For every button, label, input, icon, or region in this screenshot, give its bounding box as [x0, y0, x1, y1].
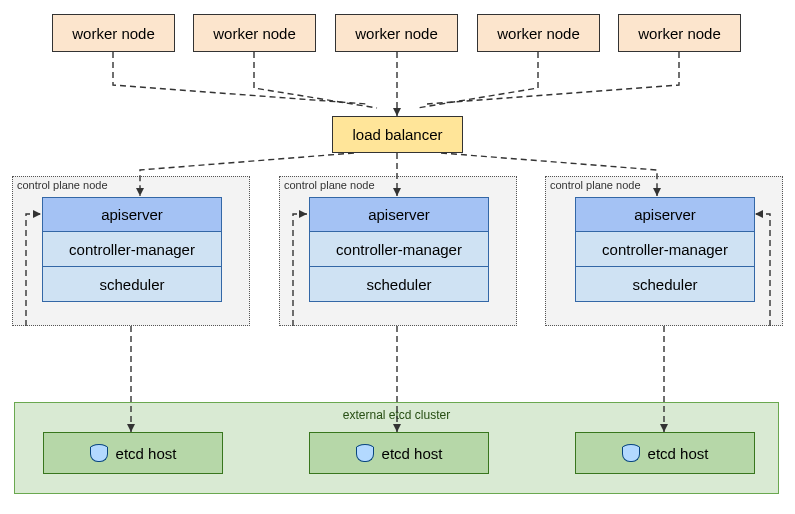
- etcd-cluster-title: external etcd cluster: [15, 408, 778, 422]
- scheduler-box: scheduler: [42, 267, 222, 302]
- etcd-host-label: etcd host: [382, 445, 443, 462]
- scheduler-box: scheduler: [309, 267, 489, 302]
- control-plane-node: control plane node apiserver controller-…: [12, 176, 250, 326]
- cp-group-label: control plane node: [17, 179, 108, 191]
- cp-component-stack: apiserver controller-manager scheduler: [575, 197, 755, 302]
- etcd-host-label: etcd host: [116, 445, 177, 462]
- apiserver-box: apiserver: [42, 197, 222, 232]
- database-icon: [622, 444, 638, 462]
- database-icon: [90, 444, 106, 462]
- lb-label: load balancer: [352, 126, 442, 143]
- etcd-host: etcd host: [309, 432, 489, 474]
- etcd-host: etcd host: [575, 432, 755, 474]
- control-plane-node: control plane node apiserver controller-…: [279, 176, 517, 326]
- controller-manager-box: controller-manager: [309, 232, 489, 267]
- controller-manager-box: controller-manager: [42, 232, 222, 267]
- worker-node: worker node: [618, 14, 741, 52]
- cp-component-stack: apiserver controller-manager scheduler: [42, 197, 222, 302]
- apiserver-box: apiserver: [575, 197, 755, 232]
- load-balancer: load balancer: [332, 116, 463, 153]
- scheduler-box: scheduler: [575, 267, 755, 302]
- worker-label: worker node: [355, 25, 438, 42]
- apiserver-box: apiserver: [309, 197, 489, 232]
- control-plane-node: control plane node apiserver controller-…: [545, 176, 783, 326]
- worker-node: worker node: [335, 14, 458, 52]
- cp-group-label: control plane node: [550, 179, 641, 191]
- cp-component-stack: apiserver controller-manager scheduler: [309, 197, 489, 302]
- etcd-host-label: etcd host: [648, 445, 709, 462]
- cp-group-label: control plane node: [284, 179, 375, 191]
- worker-node: worker node: [52, 14, 175, 52]
- worker-label: worker node: [497, 25, 580, 42]
- worker-node: worker node: [193, 14, 316, 52]
- worker-label: worker node: [72, 25, 155, 42]
- worker-node: worker node: [477, 14, 600, 52]
- etcd-host: etcd host: [43, 432, 223, 474]
- database-icon: [356, 444, 372, 462]
- worker-label: worker node: [213, 25, 296, 42]
- architecture-diagram: worker node worker node worker node work…: [0, 0, 795, 514]
- worker-label: worker node: [638, 25, 721, 42]
- controller-manager-box: controller-manager: [575, 232, 755, 267]
